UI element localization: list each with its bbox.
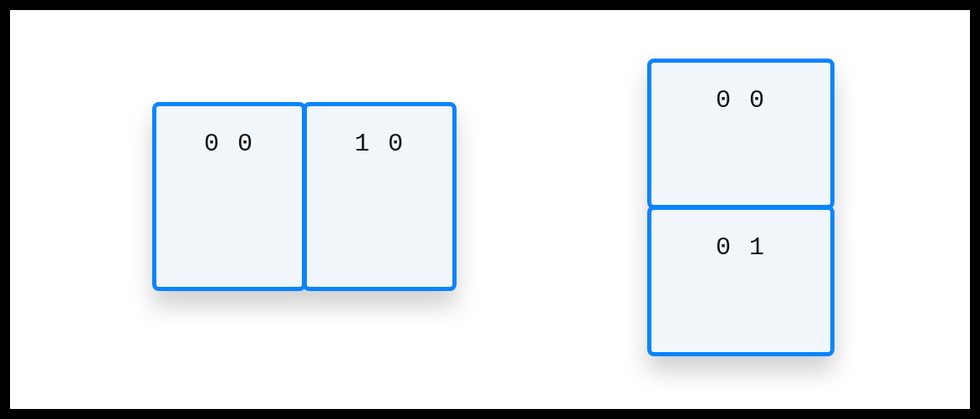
grid-cell: 0 0 (647, 59, 835, 209)
group-vertical: 0 0 0 1 (647, 59, 835, 356)
cell-label: 0 1 (716, 233, 766, 262)
diagram-canvas: 0 0 1 0 0 0 0 1 (10, 10, 970, 409)
cell-label: 0 0 (716, 86, 766, 115)
grid-cell: 1 0 (303, 102, 457, 291)
grid-cell: 0 0 (152, 102, 306, 291)
group-horizontal: 0 0 1 0 (152, 102, 457, 291)
cell-label: 1 0 (355, 130, 405, 158)
grid-cell: 0 1 (647, 206, 835, 356)
cell-label: 0 0 (204, 130, 254, 158)
